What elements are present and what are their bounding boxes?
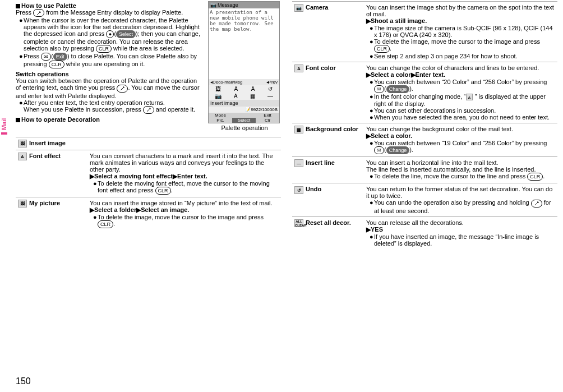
call-key-icon [117,85,128,93]
font-color-icon: A [294,64,303,72]
change-softkey-icon: Change [386,85,410,93]
figure-caption: Palette operation [208,124,281,131]
my-picture-icon: 🖼 [18,200,27,207]
clr-key-icon: CLR [96,45,112,53]
mail-key-icon: ✉ [374,146,384,154]
center-key-icon: ● [106,30,114,38]
reset-all-icon: ALLCLEAR [294,219,303,227]
call-key-icon [531,200,542,207]
bullet-item: ● Press ✉(Exit) to close Palette. You ca… [19,53,204,68]
heading-how-to-operate-decoration: How to operate Decoration [16,116,204,123]
figure-palette-operation: 📷Message A presentation of a new mobile … [208,1,281,131]
bullet-item: ● After you enter text, the text entry o… [19,99,204,114]
exit-softkey-icon: Exit [53,53,67,61]
row-label: Font color [306,64,336,71]
row-label: Reset all decor. [306,219,351,226]
clr-key-icon: CLR [155,187,171,195]
page-number: 150 [16,376,31,386]
insert-line-icon: — [294,159,303,167]
row-label: Font effect [29,153,61,159]
clr-key-icon: CLR [98,220,113,228]
clr-key-icon: CLR [527,173,543,181]
font-color-indicator-icon: A [466,94,473,100]
mail-key-icon: ✉ [41,53,51,61]
side-tab-mail: Mail [0,118,7,135]
heading-how-to-use-palette: How to use Palette [16,2,204,9]
row-label: Insert line [306,159,335,166]
undo-icon: ↺ [294,186,303,194]
mail-key-icon: ✉ [374,85,384,93]
row-label: My picture [29,200,60,206]
camera-icon: 📷 [294,4,303,12]
call-key-icon [143,106,154,114]
paragraph: Press from the Message Entry display to … [16,9,204,17]
phone-title-icon: 📷 [210,2,216,8]
row-label: Background color [306,126,358,132]
background-color-icon: ▦ [294,126,303,133]
insert-image-icon: 🖼 [18,140,27,147]
font-effect-icon: A [18,153,27,160]
heading-switch-operations: Switch operations [16,71,204,77]
clr-key-icon: CLR [49,61,64,68]
change-softkey-icon: Change [386,146,410,154]
paragraph: You can switch between the operation of … [16,77,204,99]
row-label: Undo [306,186,321,192]
bullet-item: ● When the cursor is over the decorated … [19,17,204,53]
select-softkey-icon: Select [116,30,136,38]
decoration-table-right: 📷Camera You can insert the image shot by… [292,1,557,249]
call-key-icon [33,9,44,17]
clr-key-icon: CLR [374,45,390,53]
decoration-table-left: 🖼Insert image AFont effect You can conve… [16,137,281,230]
row-label: Camera [306,4,328,11]
row-label: Insert image [29,140,66,146]
